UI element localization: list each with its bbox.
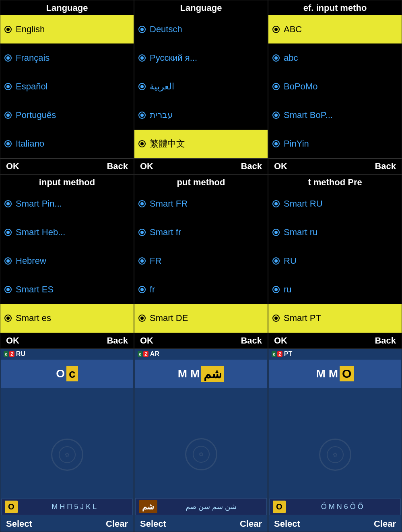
- item-label: Smart Pin...: [16, 199, 130, 209]
- ok-button[interactable]: OK: [6, 161, 19, 172]
- clear-button[interactable]: Clear: [240, 519, 262, 529]
- list-item[interactable]: Smart Pin...: [0, 189, 134, 218]
- item-label: FR: [150, 256, 264, 266]
- list-item[interactable]: Smart ES: [0, 275, 134, 304]
- list-item[interactable]: BoPoMo: [268, 72, 402, 101]
- item-label: abc: [284, 53, 398, 63]
- list-item[interactable]: Smart BoP...: [268, 101, 402, 130]
- kb-badge-ar: e Z: [138, 351, 148, 357]
- back-button[interactable]: Back: [107, 335, 128, 346]
- badge-z-icon: Z: [9, 351, 14, 357]
- radio-icon: [138, 200, 146, 207]
- list-item[interactable]: PinYin: [268, 130, 402, 158]
- radio-icon: [272, 54, 280, 62]
- list-item[interactable]: Smart PT: [268, 304, 402, 333]
- list-item[interactable]: abc: [268, 43, 402, 72]
- kb-char-box-highlight: О: [5, 501, 18, 513]
- list-item[interactable]: Русский я...: [134, 43, 268, 72]
- item-label: עברית: [150, 110, 264, 120]
- list-item[interactable]: English: [0, 15, 134, 43]
- kb-char-highlighted: с: [66, 366, 78, 381]
- list-item[interactable]: RU: [268, 246, 402, 275]
- list-item[interactable]: Smart Heb...: [0, 218, 134, 246]
- item-label: English: [16, 24, 130, 35]
- kb-watermark-svg: ✿: [191, 444, 211, 464]
- list-item[interactable]: العربية: [134, 72, 268, 101]
- ok-button[interactable]: OK: [274, 335, 287, 346]
- panel-title-4: input method: [0, 175, 134, 189]
- select-button[interactable]: Select: [140, 519, 166, 529]
- list-item[interactable]: Smart ru: [268, 218, 402, 246]
- keyboard-panel-ru: e Z RU О с ✿ О М Н П 5 J K L Select Clea…: [0, 349, 134, 532]
- item-label: Français: [16, 53, 130, 63]
- panel-title-1: Language: [0, 0, 134, 15]
- radio-icon: [138, 286, 146, 293]
- list-item[interactable]: Smart FR: [134, 189, 268, 218]
- kb-input-area-ar: M M شم: [135, 360, 267, 388]
- list-item[interactable]: Smart fr: [134, 218, 268, 246]
- kb-char-normal: О: [56, 367, 65, 380]
- kb-spacer-2: [134, 474, 268, 497]
- list-item[interactable]: fr: [134, 275, 268, 304]
- panel-title-2: Language: [134, 0, 268, 15]
- panel-title-3: ef. input metho: [268, 0, 402, 15]
- kb-char-highlighted: O: [340, 366, 354, 381]
- ok-button[interactable]: OK: [140, 335, 153, 346]
- radio-icon: [272, 257, 280, 265]
- select-button[interactable]: Select: [6, 519, 32, 529]
- list-item[interactable]: Deutsch: [134, 15, 268, 43]
- language-panel-3: ef. input metho ABC abc BoPoMo Smart BoP…: [268, 0, 402, 174]
- back-button[interactable]: Back: [107, 161, 128, 172]
- list-item[interactable]: Français: [0, 43, 134, 72]
- list-item[interactable]: Smart DE: [134, 304, 268, 333]
- back-button[interactable]: Back: [241, 335, 262, 346]
- item-label: Smart ru: [284, 227, 398, 238]
- clear-button[interactable]: Clear: [374, 519, 396, 529]
- select-button[interactable]: Select: [274, 519, 300, 529]
- list-item[interactable]: Hebrew: [0, 246, 134, 275]
- radio-icon: [4, 257, 12, 265]
- list-item[interactable]: 繁體中文: [134, 130, 268, 158]
- list-item[interactable]: Smart es: [0, 304, 134, 333]
- item-label: BoPoMo: [284, 81, 398, 92]
- keyboard-panel-ar: e Z AR M M شم ✿ شم شن سم سن صم Select Cl…: [134, 349, 268, 532]
- kb-char-highlighted: شم: [201, 366, 224, 382]
- item-label: PinYin: [284, 139, 398, 149]
- list-item[interactable]: FR: [134, 246, 268, 275]
- ok-button[interactable]: OK: [140, 161, 153, 172]
- list-item[interactable]: Português: [0, 101, 134, 130]
- radio-icon: [4, 315, 12, 322]
- list-item[interactable]: ABC: [268, 15, 402, 43]
- back-button[interactable]: Back: [241, 161, 262, 172]
- list-item[interactable]: עברית: [134, 101, 268, 130]
- kb-char-normal: M M: [316, 367, 338, 380]
- radio-icon: [4, 229, 12, 236]
- kb-watermark-svg: ✿: [57, 445, 77, 465]
- kb-spacer: [268, 389, 402, 435]
- badge-z-icon: Z: [277, 351, 282, 357]
- radio-icon: [272, 315, 280, 322]
- radio-icon: [138, 26, 146, 33]
- ok-button[interactable]: OK: [6, 335, 19, 346]
- kb-lang-label: PT: [284, 350, 292, 358]
- item-label: Русский я...: [150, 53, 264, 63]
- radio-icon: [138, 315, 146, 322]
- back-button[interactable]: Back: [375, 161, 396, 172]
- ok-button[interactable]: OK: [274, 161, 287, 172]
- back-button[interactable]: Back: [375, 335, 396, 346]
- list-item[interactable]: ru: [268, 275, 402, 304]
- kb-watermark: ✿: [0, 435, 134, 475]
- kb-lang-label: AR: [150, 350, 159, 358]
- clear-button[interactable]: Clear: [106, 519, 128, 529]
- radio-icon: [138, 83, 146, 90]
- item-label: Smart RU: [284, 199, 398, 209]
- kb-spacer: [0, 389, 134, 435]
- radio-icon: [272, 286, 280, 293]
- list-item[interactable]: Español: [0, 72, 134, 101]
- list-item[interactable]: Italiano: [0, 130, 134, 158]
- item-label: Smart Heb...: [16, 227, 130, 238]
- kb-watermark: ✿: [134, 434, 268, 474]
- item-label: ABC: [284, 24, 398, 35]
- kb-input-display: О с: [56, 366, 78, 381]
- list-item[interactable]: Smart RU: [268, 189, 402, 218]
